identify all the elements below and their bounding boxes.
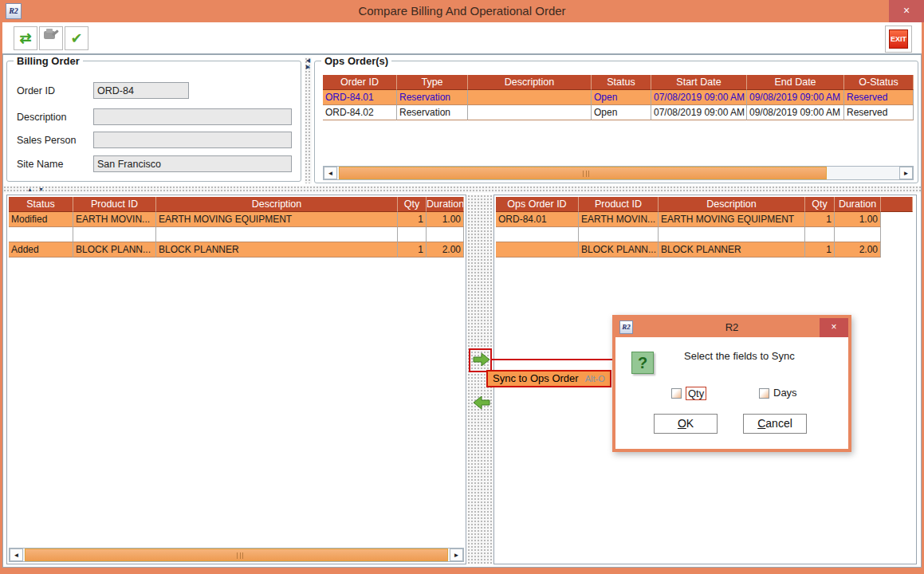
col-order-id[interactable]: Order ID bbox=[323, 75, 397, 90]
scroll-right-button[interactable]: ► bbox=[450, 548, 463, 561]
cancel-button-rest: ancel bbox=[765, 417, 792, 430]
cell: Reserved bbox=[844, 90, 914, 105]
dialog-close-button[interactable]: × bbox=[820, 318, 848, 337]
horizontal-split-divider[interactable]: ▲ ▼ bbox=[3, 186, 921, 193]
site-name-label: Site Name bbox=[17, 159, 63, 170]
refresh-icon: ⇄ bbox=[19, 30, 31, 46]
tooltip-label: Sync to Ops Order bbox=[493, 372, 579, 384]
cell bbox=[427, 227, 464, 242]
col-start-date[interactable]: Start Date bbox=[651, 75, 747, 90]
cell: BLOCK PLANNER bbox=[156, 242, 398, 258]
col-spacer bbox=[881, 197, 913, 212]
cell: BLOCK PLANN... bbox=[579, 242, 659, 258]
cell: EARTH MOVIN... bbox=[579, 212, 659, 227]
col-product-id[interactable]: Product ID bbox=[73, 197, 156, 212]
col-status[interactable]: Status bbox=[592, 75, 651, 90]
cell: Open bbox=[592, 90, 651, 105]
cell: ORD-84.01 bbox=[496, 212, 579, 227]
col-description[interactable]: Description bbox=[659, 197, 805, 212]
cell: Modified bbox=[9, 212, 73, 227]
cancel-button[interactable]: Cancel bbox=[743, 414, 807, 434]
days-checkbox[interactable] bbox=[759, 388, 769, 399]
cell: EARTH MOVING EQUIPMENT bbox=[156, 212, 398, 227]
billing-order-group-title: Billing Order bbox=[14, 55, 83, 67]
col-status[interactable]: Status bbox=[9, 197, 73, 212]
scroll-right-button[interactable]: ► bbox=[899, 167, 913, 179]
cell: ORD-84.02 bbox=[323, 105, 397, 120]
col-duration[interactable]: Duration bbox=[835, 197, 881, 212]
cell bbox=[659, 227, 805, 242]
cell: 09/08/2019 09:00 AM bbox=[747, 105, 844, 120]
qty-checkbox-label[interactable]: Qty bbox=[686, 387, 706, 400]
refresh-button[interactable]: ⇄ bbox=[14, 26, 37, 50]
toolbar: ⇄ ✔ EXIT bbox=[2, 22, 922, 54]
cell: Reservation bbox=[397, 90, 468, 105]
cell: Added bbox=[9, 242, 73, 258]
days-checkbox-label[interactable]: Days bbox=[773, 387, 797, 399]
ok-button[interactable]: OK bbox=[654, 414, 718, 434]
dialog-title: R2 bbox=[615, 318, 848, 337]
print-button-disabled[interactable] bbox=[39, 26, 63, 50]
scrollbar-thumb[interactable] bbox=[25, 548, 448, 561]
ops-orders-group: Ops Order(s) Order ID Type Description S… bbox=[314, 61, 918, 183]
ops-items-table: Ops Order ID Product ID Description Qty … bbox=[496, 197, 913, 258]
cell: 1 bbox=[805, 212, 835, 227]
ops-item-row[interactable]: ORD-84.01 EARTH MOVIN... EARTH MOVING EQ… bbox=[496, 212, 881, 227]
billing-item-row-empty[interactable] bbox=[9, 227, 464, 242]
col-ops-order-id[interactable]: Ops Order ID bbox=[496, 197, 579, 212]
app-window: R2 Compare Billing And Operational Order… bbox=[0, 0, 924, 574]
scrollbar-thumb[interactable] bbox=[339, 167, 827, 179]
window-titlebar: R2 Compare Billing And Operational Order… bbox=[0, 0, 924, 22]
billing-item-row-modified[interactable]: Modified EARTH MOVIN... EARTH MOVING EQU… bbox=[9, 212, 464, 227]
col-qty[interactable]: Qty bbox=[805, 197, 835, 212]
collapse-left-icon[interactable]: ◀ bbox=[305, 57, 312, 64]
cell: Open bbox=[592, 105, 651, 120]
ops-order-row-selected[interactable]: ORD-84.01 Reservation Open 07/08/2019 09… bbox=[323, 90, 914, 105]
collapse-down-icon[interactable]: ▼ bbox=[38, 187, 44, 193]
qty-checkbox[interactable] bbox=[671, 388, 682, 399]
order-id-field[interactable] bbox=[93, 82, 189, 99]
ops-item-row-empty[interactable] bbox=[496, 227, 881, 242]
cell bbox=[805, 227, 835, 242]
billing-items-hscrollbar[interactable]: ◄ ► bbox=[9, 548, 464, 562]
window-title: Compare Billing And Operational Order bbox=[0, 0, 924, 22]
green-left-arrow-icon bbox=[473, 400, 490, 412]
col-o-status[interactable]: O-Status bbox=[844, 75, 914, 90]
cell: 07/08/2019 09:00 AM bbox=[651, 105, 747, 120]
scrollbar-grip bbox=[237, 552, 243, 559]
collapse-right-icon[interactable]: ▶ bbox=[305, 64, 312, 70]
col-description[interactable]: Description bbox=[156, 197, 398, 212]
billing-items-header: Status Product ID Description Qty Durati… bbox=[9, 197, 464, 212]
scroll-left-button[interactable]: ◄ bbox=[10, 548, 23, 561]
description-field[interactable] bbox=[93, 108, 292, 125]
sales-person-field[interactable] bbox=[93, 132, 292, 148]
dialog-titlebar: R2 R2 × bbox=[615, 318, 848, 337]
col-product-id[interactable]: Product ID bbox=[579, 197, 659, 212]
scroll-left-button[interactable]: ◄ bbox=[324, 167, 337, 179]
col-description[interactable]: Description bbox=[468, 75, 592, 90]
cell: 2.00 bbox=[835, 242, 881, 258]
scrollbar-grip bbox=[583, 171, 589, 177]
sync-fields-dialog: R2 R2 × ? Select the fields to Sync Qty … bbox=[612, 315, 851, 452]
sync-to-billing-order-button[interactable] bbox=[472, 395, 491, 411]
ops-item-row[interactable]: BLOCK PLANN... BLOCK PLANNER 1 2.00 bbox=[496, 242, 881, 258]
window-close-button[interactable]: × bbox=[889, 0, 924, 22]
col-qty[interactable]: Qty bbox=[398, 197, 427, 212]
cell: 1 bbox=[398, 212, 427, 227]
col-end-date[interactable]: End Date bbox=[747, 75, 844, 90]
site-name-field[interactable] bbox=[93, 155, 292, 172]
cell bbox=[73, 227, 156, 242]
cell: 1 bbox=[398, 242, 427, 258]
collapse-up-icon[interactable]: ▲ bbox=[27, 187, 33, 193]
exit-button[interactable]: EXIT bbox=[889, 29, 908, 49]
ops-order-row[interactable]: ORD-84.02 Reservation Open 07/08/2019 09… bbox=[323, 105, 914, 120]
billing-item-row-added[interactable]: Added BLOCK PLANN... BLOCK PLANNER 1 2.0… bbox=[9, 242, 464, 258]
col-duration[interactable]: Duration bbox=[427, 197, 464, 212]
dialog-message: Select the fields to Sync bbox=[684, 350, 795, 362]
vertical-split-divider[interactable]: ◀ ▶ bbox=[305, 57, 312, 183]
cell bbox=[468, 105, 592, 120]
cell bbox=[496, 242, 579, 258]
col-type[interactable]: Type bbox=[397, 75, 468, 90]
ops-orders-hscrollbar[interactable]: ◄ ► bbox=[323, 166, 914, 180]
apply-button[interactable]: ✔ bbox=[65, 26, 88, 50]
